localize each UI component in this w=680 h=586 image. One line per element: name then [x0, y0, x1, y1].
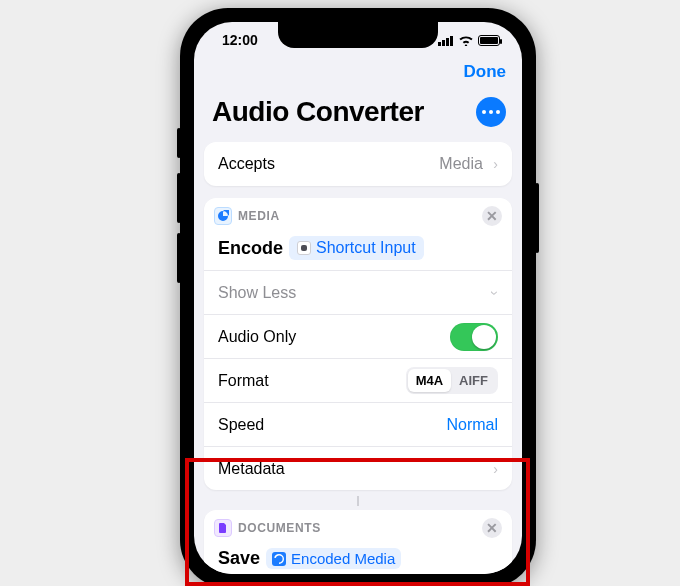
done-button[interactable]: Done: [464, 62, 507, 82]
phone-frame: 12:00 Done Audio Converter: [180, 8, 536, 586]
chevron-right-icon: ›: [493, 156, 498, 172]
notch: [278, 22, 438, 48]
shortcut-input-token[interactable]: Shortcut Input: [289, 236, 424, 260]
svg-rect-3: [450, 36, 453, 46]
page-title: Audio Converter: [212, 96, 424, 128]
volume-down-button: [177, 233, 181, 283]
documents-card: DOCUMENTS ✕ Save Encoded Media: [204, 510, 512, 574]
status-time: 12:00: [222, 32, 282, 48]
speed-row[interactable]: Speed Normal: [204, 402, 512, 446]
nav-bar: Done: [194, 58, 522, 82]
more-button[interactable]: [476, 97, 506, 127]
encoded-media-label: Encoded Media: [291, 550, 395, 567]
svg-rect-1: [442, 40, 445, 46]
svg-rect-2: [446, 38, 449, 46]
wifi-icon: [458, 35, 474, 46]
format-option-m4a[interactable]: M4A: [408, 369, 451, 392]
audio-only-label: Audio Only: [218, 328, 296, 346]
remove-media-action[interactable]: ✕: [482, 206, 502, 226]
show-less-label: Show Less: [218, 284, 296, 302]
media-card: MEDIA ✕ Encode Shortcut Input Show Less …: [204, 198, 512, 490]
chevron-right-icon: ›: [493, 461, 498, 477]
power-button: [535, 183, 539, 253]
documents-app-icon: [214, 519, 232, 537]
speed-value: Normal: [446, 416, 498, 434]
accepts-label: Accepts: [218, 155, 275, 173]
save-word: Save: [218, 548, 260, 569]
svg-rect-0: [438, 42, 441, 46]
remove-documents-action[interactable]: ✕: [482, 518, 502, 538]
speed-label: Speed: [218, 416, 264, 434]
save-action-row[interactable]: Save Encoded Media: [204, 540, 512, 574]
screen: 12:00 Done Audio Converter: [194, 22, 522, 574]
metadata-row[interactable]: Metadata ›: [204, 446, 512, 490]
encode-word: Encode: [218, 238, 283, 259]
documents-card-header: DOCUMENTS: [238, 521, 321, 535]
audio-only-toggle[interactable]: [450, 323, 498, 351]
encoded-media-icon: [272, 552, 286, 566]
signal-icon: [438, 35, 454, 46]
mute-switch: [177, 128, 181, 158]
audio-only-row: Audio Only: [204, 314, 512, 358]
accepts-row[interactable]: Accepts Media ›: [204, 142, 512, 186]
format-option-aiff[interactable]: AIFF: [451, 369, 496, 392]
shortcut-input-label: Shortcut Input: [316, 239, 416, 257]
shortcut-input-icon: [297, 241, 311, 255]
accepts-card: Accepts Media ›: [204, 142, 512, 186]
battery-icon: [478, 35, 500, 46]
accepts-value: Media: [439, 155, 483, 172]
format-row: Format M4A AIFF: [204, 358, 512, 402]
media-app-icon: [214, 207, 232, 225]
media-card-header: MEDIA: [238, 209, 280, 223]
encoded-media-token[interactable]: Encoded Media: [266, 548, 401, 569]
encode-action-row[interactable]: Encode Shortcut Input: [204, 228, 512, 270]
show-less-row[interactable]: Show Less ›: [204, 270, 512, 314]
format-label: Format: [218, 372, 269, 390]
format-segmented[interactable]: M4A AIFF: [406, 367, 498, 394]
action-connector: [357, 496, 359, 506]
chevron-down-icon: ›: [488, 290, 504, 295]
volume-up-button: [177, 173, 181, 223]
metadata-label: Metadata: [218, 460, 285, 478]
